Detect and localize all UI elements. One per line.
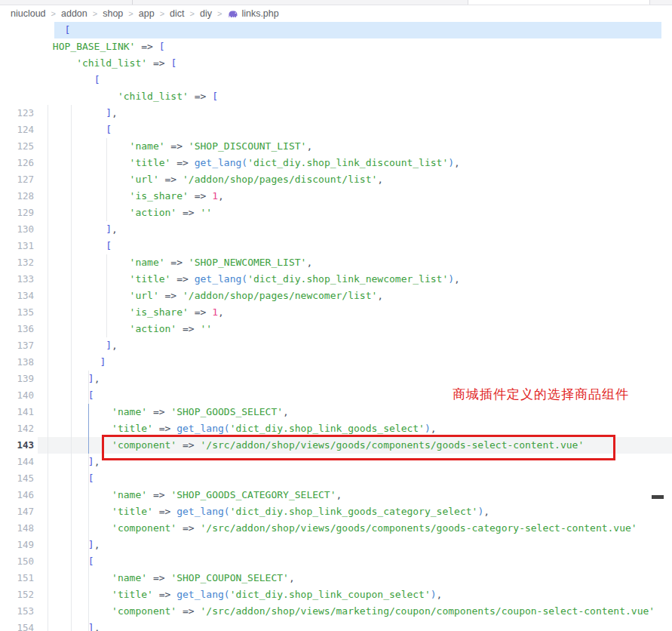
scrollbar-marker[interactable] bbox=[652, 495, 664, 499]
line-number[interactable]: 153 bbox=[0, 603, 34, 620]
line-row-135[interactable]: 135 'is_share' => 1, bbox=[0, 304, 672, 321]
line-number[interactable]: 145 bbox=[0, 470, 34, 487]
line-number[interactable]: 129 bbox=[0, 205, 34, 221]
line-number[interactable]: 130 bbox=[0, 221, 34, 238]
line-row-145[interactable]: 145 [ bbox=[0, 470, 672, 487]
sticky-line-3[interactable]: 'child_list' => [ bbox=[0, 55, 672, 72]
line-number[interactable]: 128 bbox=[0, 188, 34, 205]
line-row-142[interactable]: 142 'title' => get_lang('dict_diy.shop_l… bbox=[0, 420, 672, 437]
line-row-124[interactable]: 124 [ bbox=[0, 122, 672, 138]
sticky-line-5[interactable]: 'child_list' => [ bbox=[0, 88, 672, 105]
line-number[interactable]: 137 bbox=[0, 337, 34, 354]
code-token bbox=[47, 522, 112, 534]
code-token: , bbox=[306, 257, 312, 268]
line-row-147[interactable]: 147 'title' => get_lang('dict_diy.shop_l… bbox=[0, 503, 672, 520]
line-row-126[interactable]: 126 'title' => get_lang('dict_diy.shop_l… bbox=[0, 155, 672, 171]
active-tab[interactable] bbox=[468, 0, 650, 5]
code-token: => bbox=[135, 41, 158, 52]
line-row-151[interactable]: 151 'name' => 'SHOP_COUPON_SELECT', bbox=[0, 570, 672, 586]
breadcrumb-item-diy[interactable]: diy bbox=[200, 8, 212, 19]
line-number[interactable]: 143 bbox=[0, 437, 34, 454]
code-token: 'name' bbox=[112, 572, 147, 583]
line-row-148[interactable]: 148 'component' => '/src/addon/shop/view… bbox=[0, 520, 672, 537]
line-number[interactable]: 152 bbox=[0, 586, 34, 603]
line-number[interactable]: 125 bbox=[0, 138, 34, 155]
breadcrumb-item-addon[interactable]: addon bbox=[61, 8, 87, 19]
line-number[interactable]: 124 bbox=[0, 122, 34, 138]
line-row-125[interactable]: 125 'name' => 'SHOP_DISCOUNT_LIST', bbox=[0, 138, 672, 155]
code-token: , bbox=[112, 340, 118, 351]
line-row-127[interactable]: 127 'url' => '/addon/shop/pages/discount… bbox=[0, 171, 672, 188]
line-number[interactable]: 150 bbox=[0, 553, 34, 570]
line-number[interactable]: 151 bbox=[0, 570, 34, 586]
line-row-128[interactable]: 128 'is_share' => 1, bbox=[0, 188, 672, 205]
line-number[interactable]: 134 bbox=[0, 288, 34, 304]
line-row-146[interactable]: 146 'name' => 'SHOP_GOODS_CATEGORY_SELEC… bbox=[0, 487, 672, 503]
breadcrumb-item-app[interactable]: app bbox=[139, 8, 155, 19]
breadcrumb-item-dict[interactable]: dict bbox=[170, 8, 184, 19]
code-token: , bbox=[483, 506, 489, 517]
code-token: [ bbox=[88, 556, 94, 567]
line-row-152[interactable]: 152 'title' => get_lang('dict_diy.shop_l… bbox=[0, 586, 672, 603]
line-number[interactable]: 139 bbox=[0, 371, 34, 387]
line-number[interactable]: 140 bbox=[0, 387, 34, 404]
code-token: , bbox=[454, 157, 460, 168]
code-token: 'title' bbox=[130, 273, 171, 285]
line-number[interactable]: 127 bbox=[0, 171, 34, 188]
breadcrumb-item-file[interactable]: links.php bbox=[227, 8, 278, 19]
code-token: 'title' bbox=[112, 589, 153, 600]
line-number[interactable]: 135 bbox=[0, 304, 34, 321]
line-number[interactable]: 142 bbox=[0, 420, 34, 437]
code-text: 'is_share' => 1, bbox=[34, 304, 224, 321]
code-token: [ bbox=[212, 91, 218, 102]
line-row-133[interactable]: 133 'title' => get_lang('dict_diy.shop_l… bbox=[0, 271, 672, 288]
line-row-154[interactable]: 154 ], bbox=[0, 620, 672, 631]
line-row-137[interactable]: 137 ], bbox=[0, 337, 672, 354]
line-row-140[interactable]: 140 [ bbox=[0, 387, 672, 404]
line-row-132[interactable]: 132 'name' => 'SHOP_NEWCOMER_LIST', bbox=[0, 254, 672, 271]
line-number[interactable]: 133 bbox=[0, 271, 34, 288]
code-token: '/src/addon/shop/views/marketing/coupon/… bbox=[201, 605, 655, 617]
sticky-line-2[interactable]: HOP_BASE_LINK' => [ bbox=[0, 38, 672, 55]
line-number[interactable]: 147 bbox=[0, 503, 34, 520]
line-number[interactable]: 154 bbox=[0, 620, 34, 631]
line-number[interactable]: 148 bbox=[0, 520, 34, 537]
line-row-134[interactable]: 134 'url' => '/addon/shop/pages/newcomer… bbox=[0, 288, 672, 304]
line-row-123[interactable]: 123 ], bbox=[0, 105, 672, 122]
line-row-150[interactable]: 150 [ bbox=[0, 553, 672, 570]
line-number[interactable]: 131 bbox=[0, 238, 34, 254]
line-number[interactable]: 149 bbox=[0, 537, 34, 553]
line-number[interactable]: 138 bbox=[0, 354, 34, 371]
code-token: 'dict_diy.shop_link_discount_list' bbox=[247, 157, 448, 168]
code-token: [ bbox=[159, 41, 165, 52]
breadcrumb-item-shop[interactable]: shop bbox=[103, 8, 123, 19]
line-row-138[interactable]: 138 ] bbox=[0, 354, 672, 371]
line-number[interactable]: 146 bbox=[0, 487, 34, 503]
line-number[interactable]: 144 bbox=[0, 454, 34, 470]
code-text: 'url' => '/addon/shop/pages/discount/lis… bbox=[34, 171, 383, 188]
line-row-144[interactable]: 144 ], bbox=[0, 454, 672, 470]
sticky-line-4[interactable]: [ bbox=[0, 72, 672, 88]
line-row-139[interactable]: 139 ], bbox=[0, 371, 672, 387]
line-number[interactable]: 126 bbox=[0, 155, 34, 171]
line-row-129[interactable]: 129 'action' => '' bbox=[0, 205, 672, 221]
line-number[interactable]: 132 bbox=[0, 254, 34, 271]
sticky-line-1[interactable]: [ bbox=[0, 22, 672, 38]
line-row-130[interactable]: 130 ], bbox=[0, 221, 672, 238]
code-text: 'is_share' => 1, bbox=[34, 188, 224, 205]
line-row-131[interactable]: 131 [ bbox=[0, 238, 672, 254]
line-row-141[interactable]: 141 'name' => 'SHOP_GOODS_SELECT', bbox=[0, 404, 672, 420]
line-row-143[interactable]: 143 'component' => '/src/addon/shop/view… bbox=[0, 437, 672, 454]
line-row-153[interactable]: 153 'component' => '/src/addon/shop/view… bbox=[0, 603, 672, 620]
line-row-136[interactable]: 136 'action' => '' bbox=[0, 321, 672, 337]
code-token: , bbox=[94, 622, 100, 631]
code-token: => bbox=[147, 572, 170, 583]
line-number[interactable]: 123 bbox=[0, 105, 34, 122]
code-token: => bbox=[147, 489, 170, 500]
line-number[interactable]: 136 bbox=[0, 321, 34, 337]
code-token bbox=[47, 157, 130, 168]
line-number[interactable]: 141 bbox=[0, 404, 34, 420]
line-row-149[interactable]: 149 ], bbox=[0, 537, 672, 553]
code-editor: 商城插件定义的选择商品组件 [ HOP_BASE_LINK' => [ 'chi… bbox=[0, 22, 672, 631]
breadcrumb-item-niucloud[interactable]: niucloud bbox=[11, 8, 46, 19]
